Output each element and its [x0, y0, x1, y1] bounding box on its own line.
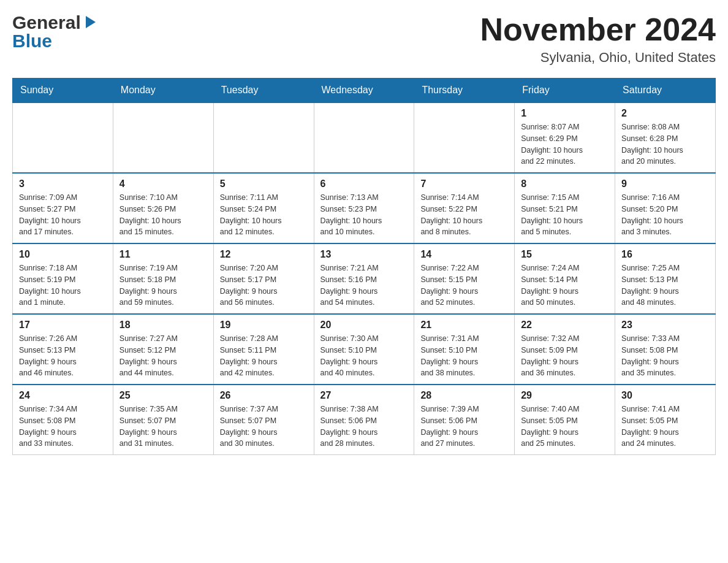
day-number: 1 [521, 108, 609, 119]
day-number: 17 [19, 320, 107, 331]
day-number: 18 [119, 320, 207, 331]
day-info: Sunrise: 7:41 AM Sunset: 5:05 PM Dayligh… [621, 404, 709, 450]
day-number: 29 [521, 390, 609, 401]
day-number: 20 [320, 320, 408, 331]
day-number: 26 [220, 390, 308, 401]
logo-arrow-icon [82, 13, 99, 31]
calendar-cell: 18Sunrise: 7:27 AM Sunset: 5:12 PM Dayli… [113, 314, 213, 385]
calendar-cell: 5Sunrise: 7:11 AM Sunset: 5:24 PM Daylig… [213, 173, 314, 243]
day-number: 6 [320, 178, 408, 190]
calendar-cell: 4Sunrise: 7:10 AM Sunset: 5:26 PM Daylig… [113, 173, 213, 243]
week-row-1: 1Sunrise: 8:07 AM Sunset: 6:29 PM Daylig… [13, 102, 716, 173]
logo-blue-text: Blue [12, 31, 52, 52]
calendar-cell: 11Sunrise: 7:19 AM Sunset: 5:18 PM Dayli… [113, 243, 213, 314]
calendar-cell: 27Sunrise: 7:38 AM Sunset: 5:06 PM Dayli… [314, 385, 414, 455]
day-info: Sunrise: 7:35 AM Sunset: 5:07 PM Dayligh… [119, 404, 207, 450]
calendar-cell: 16Sunrise: 7:25 AM Sunset: 5:13 PM Dayli… [615, 243, 716, 314]
day-number: 9 [621, 178, 709, 190]
calendar-cell: 23Sunrise: 7:33 AM Sunset: 5:08 PM Dayli… [615, 314, 716, 385]
day-info: Sunrise: 7:15 AM Sunset: 5:21 PM Dayligh… [521, 192, 609, 238]
week-row-5: 24Sunrise: 7:34 AM Sunset: 5:08 PM Dayli… [13, 385, 716, 455]
calendar-cell [113, 102, 213, 173]
calendar-cell: 7Sunrise: 7:14 AM Sunset: 5:22 PM Daylig… [414, 173, 515, 243]
calendar-cell: 21Sunrise: 7:31 AM Sunset: 5:10 PM Dayli… [414, 314, 515, 385]
calendar-cell: 10Sunrise: 7:18 AM Sunset: 5:19 PM Dayli… [13, 243, 113, 314]
weekday-header-monday: Monday [113, 79, 213, 103]
calendar-cell: 13Sunrise: 7:21 AM Sunset: 5:16 PM Dayli… [314, 243, 414, 314]
weekday-header-sunday: Sunday [13, 79, 113, 103]
day-number: 28 [420, 390, 508, 401]
calendar-cell: 26Sunrise: 7:37 AM Sunset: 5:07 PM Dayli… [213, 385, 314, 455]
day-info: Sunrise: 8:07 AM Sunset: 6:29 PM Dayligh… [521, 121, 609, 167]
day-info: Sunrise: 7:10 AM Sunset: 5:26 PM Dayligh… [119, 192, 207, 238]
calendar-cell: 17Sunrise: 7:26 AM Sunset: 5:13 PM Dayli… [13, 314, 113, 385]
day-info: Sunrise: 7:09 AM Sunset: 5:27 PM Dayligh… [19, 192, 107, 238]
day-info: Sunrise: 7:38 AM Sunset: 5:06 PM Dayligh… [320, 404, 408, 450]
calendar-cell: 9Sunrise: 7:16 AM Sunset: 5:20 PM Daylig… [615, 173, 716, 243]
weekday-header-thursday: Thursday [414, 79, 515, 103]
calendar-cell: 12Sunrise: 7:20 AM Sunset: 5:17 PM Dayli… [213, 243, 314, 314]
calendar-cell: 6Sunrise: 7:13 AM Sunset: 5:23 PM Daylig… [314, 173, 414, 243]
day-number: 16 [621, 249, 709, 260]
calendar-table: SundayMondayTuesdayWednesdayThursdayFrid… [12, 78, 716, 455]
weekday-header-friday: Friday [515, 79, 615, 103]
calendar-cell: 8Sunrise: 7:15 AM Sunset: 5:21 PM Daylig… [515, 173, 615, 243]
day-info: Sunrise: 8:08 AM Sunset: 6:28 PM Dayligh… [621, 121, 709, 167]
day-info: Sunrise: 7:21 AM Sunset: 5:16 PM Dayligh… [320, 262, 408, 308]
day-info: Sunrise: 7:19 AM Sunset: 5:18 PM Dayligh… [119, 262, 207, 308]
day-number: 19 [220, 320, 308, 331]
day-info: Sunrise: 7:30 AM Sunset: 5:10 PM Dayligh… [320, 333, 408, 379]
day-info: Sunrise: 7:25 AM Sunset: 5:13 PM Dayligh… [621, 262, 709, 308]
day-number: 12 [220, 249, 308, 260]
day-info: Sunrise: 7:22 AM Sunset: 5:15 PM Dayligh… [420, 262, 508, 308]
calendar-cell: 14Sunrise: 7:22 AM Sunset: 5:15 PM Dayli… [414, 243, 515, 314]
calendar-cell: 30Sunrise: 7:41 AM Sunset: 5:05 PM Dayli… [615, 385, 716, 455]
week-row-3: 10Sunrise: 7:18 AM Sunset: 5:19 PM Dayli… [13, 243, 716, 314]
calendar-cell: 29Sunrise: 7:40 AM Sunset: 5:05 PM Dayli… [515, 385, 615, 455]
calendar-cell [414, 102, 515, 173]
calendar-cell: 20Sunrise: 7:30 AM Sunset: 5:10 PM Dayli… [314, 314, 414, 385]
calendar-cell: 19Sunrise: 7:28 AM Sunset: 5:11 PM Dayli… [213, 314, 314, 385]
calendar-cell: 1Sunrise: 8:07 AM Sunset: 6:29 PM Daylig… [515, 102, 615, 173]
day-number: 10 [19, 249, 107, 260]
day-number: 27 [320, 390, 408, 401]
day-number: 13 [320, 249, 408, 260]
day-number: 3 [19, 178, 107, 190]
day-number: 8 [521, 178, 609, 190]
weekday-header-saturday: Saturday [615, 79, 716, 103]
day-number: 23 [621, 320, 709, 331]
calendar-cell [213, 102, 314, 173]
calendar-cell: 22Sunrise: 7:32 AM Sunset: 5:09 PM Dayli… [515, 314, 615, 385]
day-info: Sunrise: 7:13 AM Sunset: 5:23 PM Dayligh… [320, 192, 408, 238]
day-info: Sunrise: 7:18 AM Sunset: 5:19 PM Dayligh… [19, 262, 107, 308]
calendar-cell: 15Sunrise: 7:24 AM Sunset: 5:14 PM Dayli… [515, 243, 615, 314]
week-row-2: 3Sunrise: 7:09 AM Sunset: 5:27 PM Daylig… [13, 173, 716, 243]
day-info: Sunrise: 7:16 AM Sunset: 5:20 PM Dayligh… [621, 192, 709, 238]
weekday-header-wednesday: Wednesday [314, 79, 414, 103]
logo: General Blue [12, 12, 99, 52]
week-row-4: 17Sunrise: 7:26 AM Sunset: 5:13 PM Dayli… [13, 314, 716, 385]
calendar-cell: 25Sunrise: 7:35 AM Sunset: 5:07 PM Dayli… [113, 385, 213, 455]
day-info: Sunrise: 7:32 AM Sunset: 5:09 PM Dayligh… [521, 333, 609, 379]
calendar-cell [314, 102, 414, 173]
calendar-cell: 28Sunrise: 7:39 AM Sunset: 5:06 PM Dayli… [414, 385, 515, 455]
page-header: General Blue November 2024 Sylvania, Ohi… [12, 12, 716, 66]
day-number: 14 [420, 249, 508, 260]
calendar-header-row: SundayMondayTuesdayWednesdayThursdayFrid… [13, 79, 716, 103]
day-number: 7 [420, 178, 508, 190]
day-number: 22 [521, 320, 609, 331]
day-info: Sunrise: 7:31 AM Sunset: 5:10 PM Dayligh… [420, 333, 508, 379]
day-info: Sunrise: 7:39 AM Sunset: 5:06 PM Dayligh… [420, 404, 508, 450]
day-info: Sunrise: 7:11 AM Sunset: 5:24 PM Dayligh… [220, 192, 308, 238]
day-number: 30 [621, 390, 709, 401]
day-info: Sunrise: 7:27 AM Sunset: 5:12 PM Dayligh… [119, 333, 207, 379]
day-number: 24 [19, 390, 107, 401]
day-number: 15 [521, 249, 609, 260]
month-year-title: November 2024 [480, 12, 716, 47]
day-info: Sunrise: 7:20 AM Sunset: 5:17 PM Dayligh… [220, 262, 308, 308]
weekday-header-tuesday: Tuesday [213, 79, 314, 103]
day-number: 5 [220, 178, 308, 190]
day-number: 11 [119, 249, 207, 260]
svg-marker-0 [86, 16, 96, 28]
calendar-cell [13, 102, 113, 173]
